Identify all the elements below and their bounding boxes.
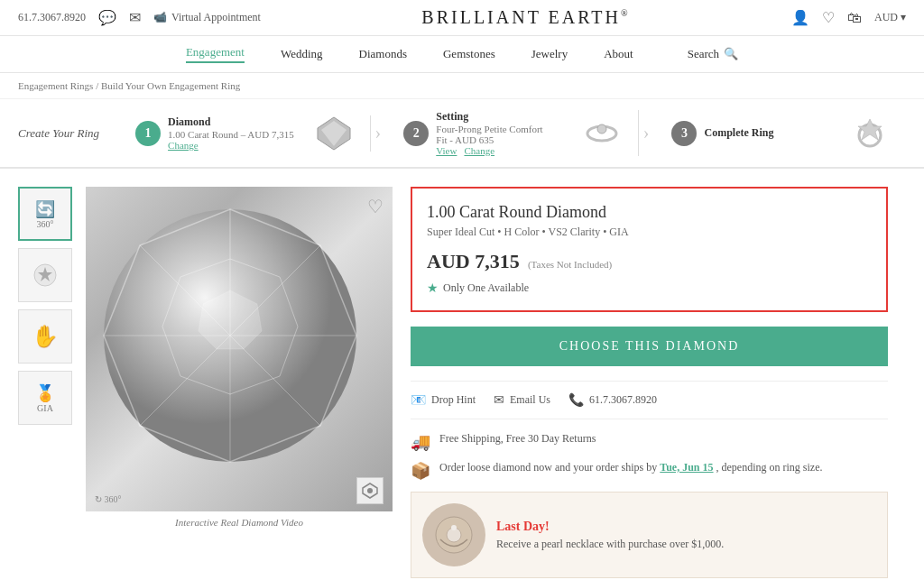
step-2-image [584, 115, 620, 152]
choose-diamond-button[interactable]: CHOOSE THIS DIAMOND [411, 327, 888, 366]
step-1-image [316, 115, 352, 152]
thumb-gia[interactable]: 🏅 GIA [18, 371, 72, 425]
diamond-icon [316, 115, 352, 152]
chat-icon: 💬 [98, 9, 116, 26]
step-2-change[interactable]: Change [464, 145, 494, 156]
360-badge: ↻ 360° [95, 494, 122, 504]
truck-icon: 🚚 [411, 432, 430, 452]
product-specs: Super Ideal Cut • H Color • VS2 Clarity … [427, 226, 872, 239]
product-price: AUD 7,315 [427, 250, 520, 272]
nav-item-diamonds[interactable]: Diamonds [359, 47, 407, 61]
thumb-360-label: 360° [35, 219, 55, 229]
content-area: 🔄 360° ✋ 🏅 GIA [0, 169, 924, 580]
main-nav: Engagement Wedding Diamonds Gemstones Je… [0, 36, 924, 73]
breadcrumb: Engagement Rings / Build Your Own Engage… [0, 73, 924, 99]
promo-text-content: Last Day! Receive a pearl necklace with … [496, 520, 724, 551]
diamond-video-container[interactable]: ♡ ↻ 360° [86, 187, 393, 511]
svg-point-21 [367, 488, 373, 493]
step-3-image [852, 115, 888, 152]
video-caption: Interactive Real Diamond Video [86, 517, 393, 528]
thumb-hand[interactable]: ✋ [18, 309, 72, 364]
cart-icon[interactable]: 🛍 [847, 10, 862, 26]
step-number-3: 3 [671, 121, 697, 146]
search-icon: 🔍 [724, 47, 738, 61]
brand-center: BRILLIANT EARTH® [261, 7, 791, 28]
brand-name[interactable]: BRILLIANT EARTH® [421, 7, 630, 27]
nav-item-wedding[interactable]: Wedding [281, 47, 323, 61]
thumb-360[interactable]: 🔄 360° [18, 187, 72, 241]
complete-ring-icon [852, 115, 888, 152]
product-card: 1.00 Carat Round Diamond Super Ideal Cut… [411, 187, 888, 312]
step-3: 3 Complete Ring [653, 115, 906, 152]
account-icon[interactable]: 👤 [791, 9, 809, 26]
watermark-badge [356, 477, 383, 504]
email-us-icon: ✉ [494, 392, 504, 408]
step-3-info: Complete Ring [704, 126, 773, 140]
shipping-info: 🚚 Free Shipping, Free 30 Day Returns 📦 O… [411, 432, 888, 481]
wishlist-icon[interactable]: ♡ [822, 9, 835, 26]
step-number-2: 2 [403, 121, 429, 146]
email-us-link[interactable]: ✉ Email Us [494, 392, 550, 408]
nav-item-about[interactable]: About [604, 47, 633, 61]
promo-image [422, 503, 485, 566]
step-arrow-2: › [643, 123, 650, 143]
phone-number[interactable]: 61.7.3067.8920 [18, 11, 86, 24]
thumb-star[interactable] [18, 248, 72, 302]
video-icon: 📹 [153, 11, 167, 24]
step-arrow-1: › [375, 123, 382, 143]
step-number-1: 1 [135, 121, 161, 146]
svg-point-24 [451, 525, 457, 530]
diamond-main: ♡ ↻ 360° Interactive Real Diamond Video [86, 187, 393, 578]
top-bar-right: 👤 ♡ 🛍 AUD ▾ [791, 9, 906, 26]
currency-selector[interactable]: AUD ▾ [874, 11, 906, 24]
product-panel: 1.00 Carat Round Diamond Super Ideal Cut… [393, 187, 906, 578]
order-text: Order loose diamond now and your order s… [439, 461, 823, 474]
search-area[interactable]: Search 🔍 [688, 47, 738, 61]
create-ring-label: Create Your Ring [18, 126, 99, 141]
top-bar-left: 61.7.3067.8920 💬 ✉ 📹 Virtual Appointment [18, 9, 261, 26]
ring-icon [584, 115, 620, 152]
pearl-necklace-svg [431, 512, 476, 557]
brilliant-earth-watermark [361, 482, 379, 500]
availability-text: Only One Available [443, 281, 529, 295]
diamond-image-svg [86, 187, 374, 493]
availability-row: ★ Only One Available [427, 281, 872, 296]
order-ships-row: 📦 Order loose diamond now and your order… [411, 461, 888, 481]
nav-item-gemstones[interactable]: Gemstones [443, 47, 495, 61]
step-2-view[interactable]: View [436, 145, 457, 156]
top-bar: 61.7.3067.8920 💬 ✉ 📹 Virtual Appointment… [0, 0, 924, 36]
availability-star-icon: ★ [427, 281, 439, 296]
free-shipping-row: 🚚 Free Shipping, Free 30 Day Returns [411, 432, 888, 452]
nav-item-jewelry[interactable]: Jewelry [531, 47, 568, 61]
delivery-date: Tue, Jun 15 [660, 461, 713, 474]
hearts-arrows-icon [32, 262, 59, 289]
calendar-icon: 📦 [411, 461, 430, 481]
nav-item-engagement[interactable]: Engagement [186, 45, 245, 63]
contact-row: 📧 Drop Hint ✉ Email Us 📞 61.7.3067.8920 [411, 381, 888, 419]
step-2-info: Setting Four-Prong Petite Comfort Fit - … [436, 110, 542, 156]
drop-hint-link[interactable]: 📧 Drop Hint [411, 392, 476, 408]
drop-hint-icon: 📧 [411, 392, 426, 408]
svg-point-3 [597, 124, 606, 133]
promo-description: Receive a pearl necklace with purchase o… [496, 538, 724, 551]
thumb-gia-label: GIA [35, 403, 55, 413]
product-title: 1.00 Carat Round Diamond [427, 203, 872, 222]
phone-icon: 📞 [568, 392, 584, 408]
wishlist-heart-button[interactable]: ♡ [367, 196, 383, 217]
promo-badge: Last Day! [496, 520, 724, 534]
price-note: (Taxes Not Included) [528, 259, 612, 270]
virtual-appointment[interactable]: 📹 Virtual Appointment [153, 11, 261, 24]
price-row: AUD 7,315 (Taxes Not Included) [427, 250, 872, 273]
svg-marker-5 [858, 119, 882, 140]
step-1-change[interactable]: Change [168, 140, 199, 151]
email-icon: ✉ [129, 9, 141, 26]
ring-builder: Create Your Ring 1 Diamond 1.00 Carat Ro… [0, 99, 924, 169]
step-1: 1 Diamond 1.00 Carat Round – AUD 7,315 C… [117, 115, 371, 152]
step-1-info: Diamond 1.00 Carat Round – AUD 7,315 Cha… [168, 115, 294, 151]
thumbnails-sidebar: 🔄 360° ✋ 🏅 GIA [18, 187, 72, 578]
phone-link[interactable]: 📞 61.7.3067.8920 [568, 392, 657, 408]
promo-banner: Last Day! Receive a pearl necklace with … [411, 492, 888, 578]
step-2: 2 Setting Four-Prong Petite Comfort Fit … [385, 110, 639, 156]
